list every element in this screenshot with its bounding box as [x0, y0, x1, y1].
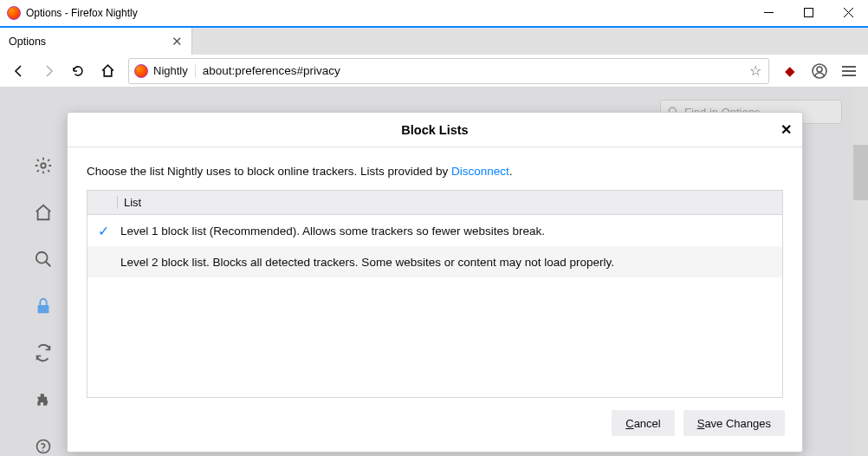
identity-label: Nightly [153, 64, 196, 77]
account-icon[interactable] [806, 57, 833, 85]
dialog-header: Block Lists ✕ [68, 113, 802, 147]
minimize-button[interactable] [748, 0, 788, 26]
preferences-content: Find in Options ✓ Fingerprinters Block L… [0, 88, 868, 456]
list-row-level1[interactable]: ✓ Level 1 block list (Recommended). Allo… [87, 215, 782, 246]
dialog-close-button[interactable]: ✕ [781, 121, 792, 138]
save-changes-button[interactable]: Save Changes [683, 410, 785, 436]
tab-strip: Options ✕ [0, 26, 868, 55]
window-title: Options - Firefox Nightly [26, 7, 138, 19]
svg-rect-1 [804, 9, 813, 17]
row-text: Level 2 block list. Blocks all detected … [120, 256, 614, 269]
block-lists-dialog: Block Lists ✕ Choose the list Nightly us… [67, 112, 803, 453]
check-icon: ✓ [98, 223, 115, 239]
home-button[interactable] [94, 57, 121, 85]
bookmark-star-icon[interactable]: ☆ [749, 62, 761, 79]
list-row-level2[interactable]: Level 2 block list. Blocks all detected … [87, 246, 782, 277]
url-bar[interactable]: Nightly about:preferences#privacy ☆ [128, 58, 769, 84]
reload-button[interactable] [64, 57, 92, 85]
dialog-description: Choose the list Nightly uses to block on… [87, 165, 783, 178]
cancel-button[interactable]: Cancel [612, 410, 674, 436]
back-button[interactable] [5, 57, 33, 85]
ublock-shield-icon[interactable]: ◆ [776, 57, 804, 85]
hamburger-icon [842, 66, 856, 76]
firefox-nightly-icon [7, 6, 21, 20]
dialog-footer: Cancel Save Changes [68, 398, 802, 452]
identity-icon[interactable] [134, 64, 148, 78]
list-column-header: List [87, 191, 782, 215]
forward-button [35, 57, 62, 85]
tab-options[interactable]: Options ✕ [0, 28, 192, 55]
url-text: about:preferences#privacy [203, 64, 340, 77]
close-window-button[interactable] [828, 0, 868, 26]
block-list-table: List ✓ Level 1 block list (Recommended).… [87, 190, 783, 398]
window-controls [748, 0, 868, 26]
app-menu-button[interactable] [835, 57, 863, 85]
list-empty-space [87, 277, 782, 397]
svg-point-5 [817, 67, 822, 72]
window-titlebar: Options - Firefox Nightly [0, 0, 868, 26]
row-text: Level 1 block list (Recommended). Allows… [120, 225, 545, 238]
dialog-title: Block Lists [401, 123, 468, 137]
tab-label: Options [9, 36, 46, 48]
disconnect-link[interactable]: Disconnect [451, 165, 509, 178]
dialog-body: Choose the list Nightly uses to block on… [68, 147, 802, 398]
tab-close-icon[interactable]: ✕ [172, 34, 183, 49]
nav-toolbar: Nightly about:preferences#privacy ☆ ◆ [0, 55, 868, 88]
maximize-button[interactable] [788, 0, 828, 26]
